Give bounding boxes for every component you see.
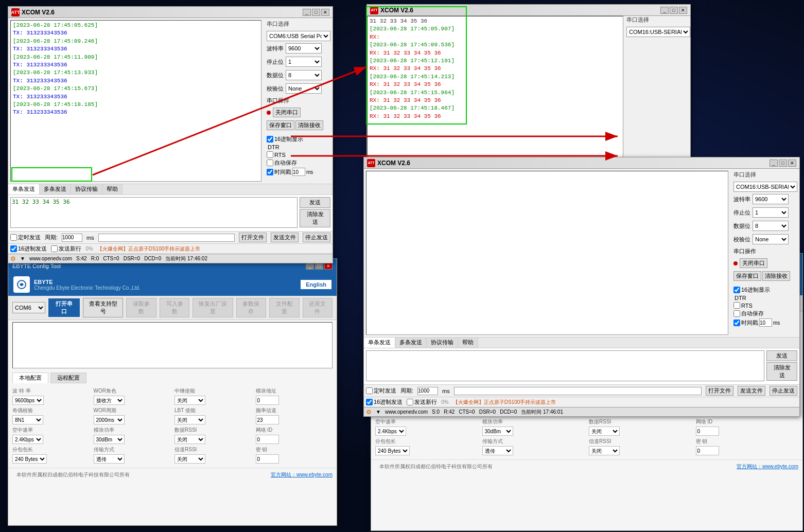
hex-display-checkbox-right[interactable]: [733, 287, 740, 293]
ebyte-right-official-link[interactable]: 官方网站：www.ebyte.com: [737, 463, 798, 470]
send-input-field-right[interactable]: [366, 350, 764, 381]
signal-rssi-select-r[interactable]: 关闭: [589, 446, 620, 455]
clear-send-button-right[interactable]: 清除发送: [766, 362, 797, 381]
ebyte-left-file-config[interactable]: 文件配置: [269, 298, 299, 317]
xcom-right-back-title-bar[interactable]: ATT XCOM V2.6 _ □ ✕: [367, 5, 690, 16]
ebyte-left-restore[interactable]: 恢复出厂设置: [193, 298, 233, 317]
serial-port-select-back[interactable]: COM16:USB-SERIAL CH34: [626, 27, 690, 37]
stop-send-button-right[interactable]: 停止发送: [770, 386, 797, 396]
timestamp-label[interactable]: 时间戳: [267, 168, 291, 176]
timed-send-checkbox[interactable]: [10, 234, 17, 241]
timestamp-interval[interactable]: [292, 168, 305, 176]
baud-config-select[interactable]: 9600bps: [12, 396, 44, 405]
baud-select-right[interactable]: 9600: [753, 194, 789, 204]
hex-send-label-right[interactable]: 16进制发送: [366, 398, 403, 406]
xcom-left-maximize[interactable]: □: [312, 9, 320, 16]
ebyte-left-local-tab[interactable]: 本地配置: [12, 373, 48, 383]
trans-mode-select[interactable]: 透传: [94, 454, 125, 464]
clear-recv-button-right[interactable]: 清除接收: [762, 271, 790, 281]
freq-channel-input[interactable]: [256, 415, 279, 424]
net-id-input-r[interactable]: [696, 427, 719, 436]
send-button-right[interactable]: 发送: [766, 350, 797, 361]
timed-send-label-right[interactable]: 定时发送: [366, 387, 396, 395]
xcom-right-maximize[interactable]: □: [779, 159, 787, 167]
timestamp-interval-right[interactable]: [759, 318, 772, 327]
xcom-right-minimize[interactable]: _: [770, 159, 778, 167]
timestamp-label-right[interactable]: 时间戳: [733, 319, 758, 327]
clear-recv-button[interactable]: 清除接收: [295, 120, 323, 130]
save-window-button[interactable]: 保存窗口: [267, 120, 294, 130]
ebyte-left-lang-button[interactable]: English: [301, 280, 331, 289]
parity-config-select[interactable]: 8N1: [12, 415, 43, 424]
auto-save-checkbox-right[interactable]: [733, 310, 740, 317]
timed-send-label[interactable]: 定时发送: [10, 234, 41, 241]
air-speed-select-r[interactable]: 2.4Kbps: [375, 427, 406, 436]
data-rssi-select[interactable]: 关闭: [174, 435, 205, 444]
xcom-left-close[interactable]: ✕: [321, 9, 329, 16]
serial-port-select-right[interactable]: COM16:USB-SERIAL CH34: [733, 182, 797, 192]
key-input[interactable]: [256, 454, 279, 464]
send-file-button-right[interactable]: 发送文件: [738, 386, 765, 396]
clear-send-button[interactable]: 清除发送: [300, 209, 330, 227]
air-speed-select[interactable]: 2.4Kbps: [12, 435, 43, 444]
hex-send-checkbox[interactable]: [10, 245, 17, 252]
xcom-left-minimize[interactable]: _: [303, 9, 311, 16]
tab-help[interactable]: 帮助: [102, 184, 123, 194]
parity-select-right[interactable]: None: [753, 234, 789, 244]
ebyte-left-close[interactable]: ✕: [324, 262, 333, 270]
parity-select[interactable]: None: [286, 83, 322, 94]
hex-display-label-right[interactable]: 16进制显示: [733, 286, 797, 294]
key-input-r[interactable]: [696, 446, 719, 455]
xcom-back-close[interactable]: ✕: [679, 7, 687, 14]
timed-send-checkbox-right[interactable]: [366, 387, 373, 394]
tab-single-send-right[interactable]: 单条发送: [364, 338, 395, 348]
timestamp-checkbox[interactable]: [267, 169, 273, 175]
rts-label[interactable]: RTS: [267, 151, 330, 158]
hex-display-checkbox[interactable]: [267, 136, 273, 143]
newline-label-right[interactable]: 发送新行: [407, 398, 437, 406]
tab-multi-send-right[interactable]: 多条发送: [395, 338, 427, 348]
hex-display-label[interactable]: 16进制显示: [267, 135, 330, 143]
stop-send-button[interactable]: 停止发送: [303, 233, 330, 242]
xcom-left-title-bar[interactable]: ATT XCOM V2.6 _ □ ✕: [8, 7, 333, 18]
trans-mode-select-r[interactable]: 透传: [482, 446, 513, 455]
ebyte-left-check-model[interactable]: 查看支持型号: [83, 298, 124, 317]
ebyte-left-com-select[interactable]: COM6: [12, 302, 45, 313]
packet-len-select-r[interactable]: 240 Bytes: [375, 446, 410, 455]
signal-rssi-select[interactable]: 关闭: [174, 454, 205, 464]
file-path-input-right[interactable]: [454, 387, 702, 395]
data-select[interactable]: 8: [286, 70, 322, 80]
tab-protocol-right[interactable]: 协议传输: [427, 338, 458, 348]
packet-len-select[interactable]: 240 Bytes: [12, 454, 47, 464]
newline-checkbox[interactable]: [51, 245, 58, 252]
open-file-button-right[interactable]: 打开文件: [706, 386, 733, 396]
ebyte-left-remote-tab[interactable]: 远程配置: [50, 373, 86, 383]
ebyte-left-open-port[interactable]: 打开串口: [48, 298, 79, 317]
gear-icon-left[interactable]: ⚙: [10, 255, 16, 262]
close-port-button[interactable]: 关闭串口: [273, 108, 301, 117]
timestamp-checkbox-right[interactable]: [733, 320, 740, 326]
module-power-select-r[interactable]: 30dBm: [482, 427, 513, 436]
ebyte-left-restore-file[interactable]: 还原文件: [303, 298, 333, 317]
newline-checkbox-right[interactable]: [407, 399, 413, 405]
auto-save-label[interactable]: 自动保存: [267, 159, 330, 167]
ebyte-left-save-params[interactable]: 参数保存: [236, 298, 266, 317]
hex-send-checkbox-right[interactable]: [366, 399, 373, 405]
module-power-select[interactable]: 30dBm: [94, 435, 125, 444]
xcom-back-minimize[interactable]: _: [660, 7, 669, 14]
rts-checkbox[interactable]: [267, 151, 273, 158]
tab-multi-send[interactable]: 多条发送: [40, 184, 71, 194]
ebyte-left-read-params[interactable]: 读取参数: [126, 298, 156, 317]
stop-select[interactable]: 1: [286, 57, 322, 67]
xcom-back-maximize[interactable]: □: [670, 7, 678, 14]
ebyte-left-minimize[interactable]: _: [306, 262, 314, 270]
ebyte-left-official-link[interactable]: 官方网站：www.ebyte.com: [271, 471, 333, 478]
wor-period-select[interactable]: 2000ms: [94, 415, 125, 424]
hex-send-label[interactable]: 16进制发送: [10, 245, 47, 253]
auto-save-label-right[interactable]: 自动保存: [733, 310, 797, 317]
tab-protocol[interactable]: 协议传输: [71, 184, 102, 194]
tab-single-send[interactable]: 单条发送: [8, 184, 40, 194]
period-input-right[interactable]: [417, 387, 438, 395]
data-select-right[interactable]: 8: [753, 221, 789, 231]
baud-select[interactable]: 9600: [286, 43, 322, 54]
